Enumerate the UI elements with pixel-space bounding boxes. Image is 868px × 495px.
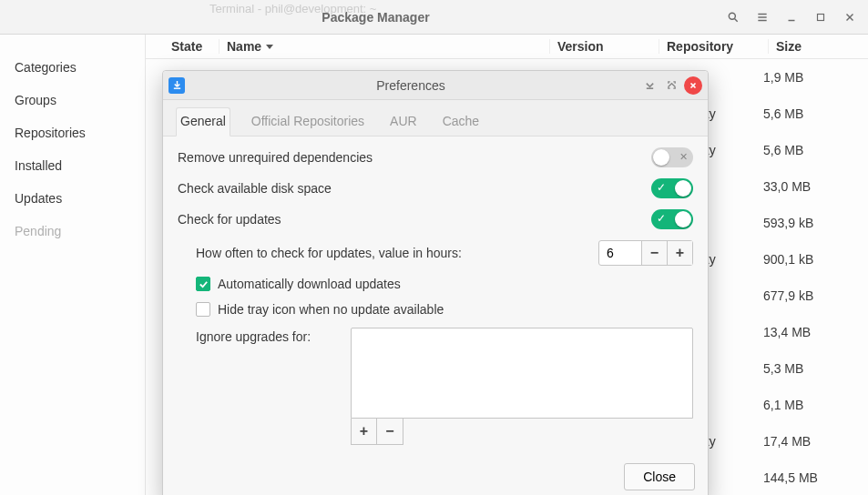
svg-point-0 xyxy=(729,13,735,19)
dialog-header: Preferences xyxy=(163,71,708,100)
ignore-remove-button[interactable]: − xyxy=(377,419,403,444)
toggle-check-disk[interactable]: ✓ xyxy=(651,178,693,198)
label-remove-unrequired: Remove unrequired dependencies xyxy=(178,150,642,165)
sort-desc-icon xyxy=(265,39,274,54)
sidebar-item-installed[interactable]: Installed xyxy=(0,149,145,182)
svg-rect-6 xyxy=(818,14,824,20)
sidebar-item-pending[interactable]: Pending xyxy=(0,215,145,248)
sidebar-item-label: Installed xyxy=(15,158,62,173)
tab-bar: General Official Repositories AUR Cache xyxy=(163,100,708,136)
package-size: 13,4 MB xyxy=(763,325,854,339)
sidebar-item-groups[interactable]: Groups xyxy=(0,84,145,116)
col-name[interactable]: Name xyxy=(219,39,549,54)
label-how-often: How often to check for updates, value in… xyxy=(196,246,589,260)
toggle-remove-unrequired[interactable]: ✕ xyxy=(651,147,693,167)
label-ignore-upgrades: Ignore upgrades for: xyxy=(196,328,342,344)
label-check-disk: Check available disk space xyxy=(178,181,642,196)
search-icon[interactable] xyxy=(722,6,744,28)
package-size: 677,9 kB xyxy=(763,288,854,303)
titlebar: Package Manager xyxy=(0,0,868,35)
tab-official-repositories[interactable]: Official Repositories xyxy=(247,107,369,136)
package-size: 6,1 MB xyxy=(763,398,854,412)
dialog-maximize-icon[interactable] xyxy=(662,76,680,95)
col-version[interactable]: Version xyxy=(549,39,659,54)
sidebar-item-label: Groups xyxy=(15,93,56,107)
label-check-updates: Check for updates xyxy=(178,212,642,227)
sidebar-item-categories[interactable]: Categories xyxy=(0,51,145,84)
toggle-check-updates[interactable]: ✓ xyxy=(651,209,693,229)
close-button[interactable]: Close xyxy=(624,463,695,490)
package-size: 900,1 kB xyxy=(763,252,854,267)
col-size[interactable]: Size xyxy=(768,39,859,54)
row-auto-download: Automatically download updates xyxy=(178,277,693,291)
row-hide-tray: Hide tray icon when no update available xyxy=(178,302,693,317)
window-maximize-icon[interactable] xyxy=(810,6,832,28)
sidebar-item-updates[interactable]: Updates xyxy=(0,182,145,215)
stepper-incr-icon[interactable]: + xyxy=(667,241,692,265)
package-size: 5,6 MB xyxy=(763,143,854,157)
package-size: 5,3 MB xyxy=(763,361,854,376)
window-close-icon[interactable] xyxy=(839,6,861,28)
dialog-close-icon[interactable] xyxy=(684,76,702,95)
ignore-add-button[interactable]: + xyxy=(352,419,377,444)
sidebar-item-repositories[interactable]: Repositories xyxy=(0,116,145,149)
ignore-list[interactable] xyxy=(351,328,693,419)
svg-line-1 xyxy=(734,18,737,21)
preferences-dialog: Preferences General Official Repositorie… xyxy=(162,70,709,495)
sidebar-item-label: Updates xyxy=(15,191,62,206)
checkbox-auto-download[interactable] xyxy=(196,277,210,291)
hours-stepper: − + xyxy=(598,240,693,266)
hours-input[interactable] xyxy=(599,241,641,265)
hamburger-menu-icon[interactable] xyxy=(751,6,773,28)
package-size: 593,9 kB xyxy=(763,216,854,230)
dialog-minimize-icon[interactable] xyxy=(640,76,659,95)
sidebar-item-label: Pending xyxy=(15,224,61,238)
tab-cache[interactable]: Cache xyxy=(438,107,484,136)
checkbox-hide-tray[interactable] xyxy=(196,302,210,317)
dialog-title: Preferences xyxy=(185,78,637,93)
col-repository[interactable]: Repository xyxy=(659,39,768,54)
package-size: 144,5 MB xyxy=(763,470,854,485)
tab-general-body: Remove unrequired dependencies ✕ Check a… xyxy=(163,136,708,454)
package-size: 5,6 MB xyxy=(763,106,854,121)
stepper-decr-icon[interactable]: − xyxy=(641,241,667,265)
background-window-title: Terminal - phil@development: ~ xyxy=(137,0,413,16)
sidebar: Categories Groups Repositories Installed… xyxy=(0,35,146,495)
package-size: 17,4 MB xyxy=(763,434,854,449)
tab-general[interactable]: General xyxy=(176,107,230,136)
label-auto-download: Automatically download updates xyxy=(218,277,401,291)
sidebar-item-label: Categories xyxy=(15,60,77,75)
sidebar-item-label: Repositories xyxy=(15,126,86,140)
package-size: 1,9 MB xyxy=(763,70,854,85)
table-header: State Name Version Repository Size xyxy=(146,35,868,59)
package-size: 33,0 MB xyxy=(763,179,854,194)
window-minimize-icon[interactable] xyxy=(781,6,802,28)
col-state[interactable]: State xyxy=(164,39,219,54)
app-update-icon xyxy=(168,77,185,94)
tab-aur[interactable]: AUR xyxy=(385,107,422,136)
label-hide-tray: Hide tray icon when no update available xyxy=(218,302,444,317)
